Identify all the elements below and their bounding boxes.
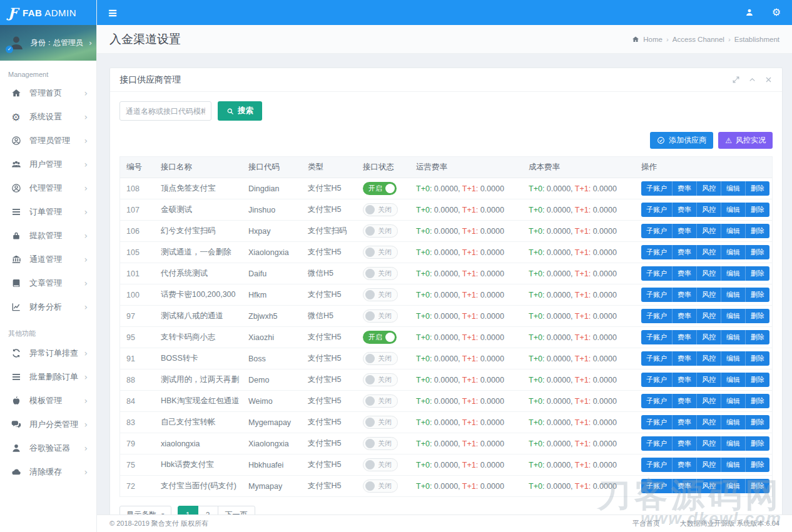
action-button-编辑[interactable]: 编辑 [721, 458, 746, 472]
sidebar-item-提款管理[interactable]: 提款管理 › [0, 224, 96, 248]
action-button-子账户[interactable]: 子账户 [641, 203, 673, 217]
collapse-icon[interactable] [748, 76, 756, 84]
action-button-风控[interactable]: 风控 [697, 181, 721, 196]
action-button-编辑[interactable]: 编辑 [721, 288, 746, 302]
action-button-子账户[interactable]: 子账户 [641, 245, 673, 259]
action-button-删除[interactable]: 删除 [746, 436, 769, 451]
status-toggle[interactable]: 关闭 [363, 373, 398, 386]
breadcrumb-item[interactable]: Access Channel [673, 36, 724, 43]
action-button-风控[interactable]: 风控 [697, 479, 721, 493]
action-button-删除[interactable]: 删除 [746, 415, 769, 429]
sidebar-item-异常订单排查[interactable]: 异常订单排查 › [0, 341, 96, 365]
action-button-编辑[interactable]: 编辑 [721, 245, 746, 259]
action-button-子账户[interactable]: 子账户 [641, 351, 673, 366]
sidebar-item-管理员管理[interactable]: 管理员管理 › [0, 129, 96, 153]
status-toggle[interactable]: 开启 [363, 331, 397, 344]
action-button-费率[interactable]: 费率 [673, 394, 697, 408]
action-button-删除[interactable]: 删除 [746, 351, 769, 366]
action-button-删除[interactable]: 删除 [746, 203, 769, 217]
status-toggle[interactable]: 关闭 [363, 224, 398, 238]
action-button-费率[interactable]: 费率 [673, 309, 697, 323]
gear-icon[interactable]: ⚙ [771, 8, 781, 18]
action-button-编辑[interactable]: 编辑 [721, 479, 746, 493]
action-button-费率[interactable]: 费率 [673, 479, 697, 493]
status-toggle[interactable]: 关闭 [363, 458, 398, 471]
page-size-dropdown[interactable]: 显示条数 ▾ [119, 506, 171, 514]
sidebar-item-通道管理[interactable]: 通道管理 › [0, 248, 96, 271]
expand-icon[interactable] [732, 76, 740, 84]
sidebar-item-系统设置[interactable]: ⚙ 系统设置 › [0, 105, 96, 129]
action-button-编辑[interactable]: 编辑 [721, 415, 746, 429]
platform-home-link[interactable]: 平台首页 [632, 519, 660, 528]
action-button-编辑[interactable]: 编辑 [721, 351, 746, 366]
next-page-button[interactable]: 下一页 [218, 506, 255, 514]
status-toggle[interactable]: 关闭 [363, 416, 398, 429]
action-button-费率[interactable]: 费率 [673, 181, 697, 196]
action-button-子账户[interactable]: 子账户 [641, 373, 673, 387]
action-button-编辑[interactable]: 编辑 [721, 309, 746, 323]
page-button-2[interactable]: 2 [198, 506, 218, 514]
action-button-费率[interactable]: 费率 [673, 330, 697, 344]
sidebar-item-订单管理[interactable]: 订单管理 › [0, 200, 96, 224]
action-button-费率[interactable]: 费率 [673, 458, 697, 472]
action-button-子账户[interactable]: 子账户 [641, 288, 673, 302]
action-button-删除[interactable]: 删除 [746, 245, 769, 259]
action-button-编辑[interactable]: 编辑 [721, 373, 746, 387]
status-toggle[interactable]: 关闭 [363, 437, 398, 450]
status-toggle[interactable]: 关闭 [363, 479, 398, 493]
action-button-子账户[interactable]: 子账户 [641, 479, 673, 493]
sidebar-item-用户分类管理[interactable]: 用户分类管理 › [0, 413, 96, 436]
action-button-删除[interactable]: 删除 [746, 266, 769, 281]
action-button-费率[interactable]: 费率 [673, 203, 697, 217]
action-button-子账户[interactable]: 子账户 [641, 415, 673, 429]
sidebar-item-代理管理[interactable]: 代理管理 › [0, 176, 96, 200]
status-toggle[interactable]: 关闭 [363, 394, 398, 408]
action-button-编辑[interactable]: 编辑 [721, 330, 746, 344]
action-button-编辑[interactable]: 编辑 [721, 203, 746, 217]
breadcrumb-item[interactable]: Home [643, 36, 663, 43]
action-button-风控[interactable]: 风控 [697, 415, 721, 429]
add-supplier-button[interactable]: 添加供应商 [650, 132, 713, 149]
action-button-费率[interactable]: 费率 [673, 266, 697, 281]
user-icon[interactable] [744, 8, 754, 18]
action-button-编辑[interactable]: 编辑 [721, 224, 746, 238]
action-button-风控[interactable]: 风控 [697, 288, 721, 302]
action-button-风控[interactable]: 风控 [697, 224, 721, 238]
app-logo[interactable]: Ƒ FAB ADMIN [0, 0, 96, 25]
action-button-风控[interactable]: 风控 [697, 373, 721, 387]
action-button-编辑[interactable]: 编辑 [721, 266, 746, 281]
risk-live-button[interactable]: ⚠ 风控实况 [718, 132, 773, 149]
sidebar-item-模板管理[interactable]: 模板管理 › [0, 389, 96, 413]
action-button-风控[interactable]: 风控 [697, 351, 721, 366]
action-button-费率[interactable]: 费率 [673, 436, 697, 451]
sidebar-item-批量删除订单[interactable]: 批量删除订单 › [0, 365, 96, 389]
action-button-删除[interactable]: 删除 [746, 373, 769, 387]
action-button-风控[interactable]: 风控 [697, 436, 721, 451]
search-input[interactable] [119, 101, 211, 121]
status-toggle[interactable]: 关闭 [363, 309, 398, 323]
status-toggle[interactable]: 关闭 [363, 352, 398, 365]
action-button-风控[interactable]: 风控 [697, 458, 721, 472]
action-button-编辑[interactable]: 编辑 [721, 394, 746, 408]
action-button-删除[interactable]: 删除 [746, 224, 769, 238]
action-button-子账户[interactable]: 子账户 [641, 309, 673, 323]
action-button-子账户[interactable]: 子账户 [641, 330, 673, 344]
action-button-删除[interactable]: 删除 [746, 181, 769, 196]
sidebar-item-清除缓存[interactable]: 清除缓存 › [0, 460, 96, 484]
action-button-删除[interactable]: 删除 [746, 330, 769, 344]
search-button[interactable]: 搜索 [218, 101, 262, 121]
action-button-删除[interactable]: 删除 [746, 309, 769, 323]
action-button-风控[interactable]: 风控 [697, 245, 721, 259]
action-button-删除[interactable]: 删除 [746, 479, 769, 493]
status-toggle[interactable]: 开启 [363, 182, 397, 195]
status-toggle[interactable]: 关闭 [363, 288, 398, 301]
action-button-费率[interactable]: 费率 [673, 415, 697, 429]
action-button-子账户[interactable]: 子账户 [641, 458, 673, 472]
action-button-删除[interactable]: 删除 [746, 394, 769, 408]
status-toggle[interactable]: 关闭 [363, 267, 398, 280]
action-button-子账户[interactable]: 子账户 [641, 394, 673, 408]
action-button-费率[interactable]: 费率 [673, 224, 697, 238]
sidebar-item-管理首页[interactable]: 管理首页 › [0, 81, 96, 105]
user-panel[interactable]: ✓ 身份：总管理员 › [0, 25, 96, 61]
action-button-子账户[interactable]: 子账户 [641, 181, 673, 196]
